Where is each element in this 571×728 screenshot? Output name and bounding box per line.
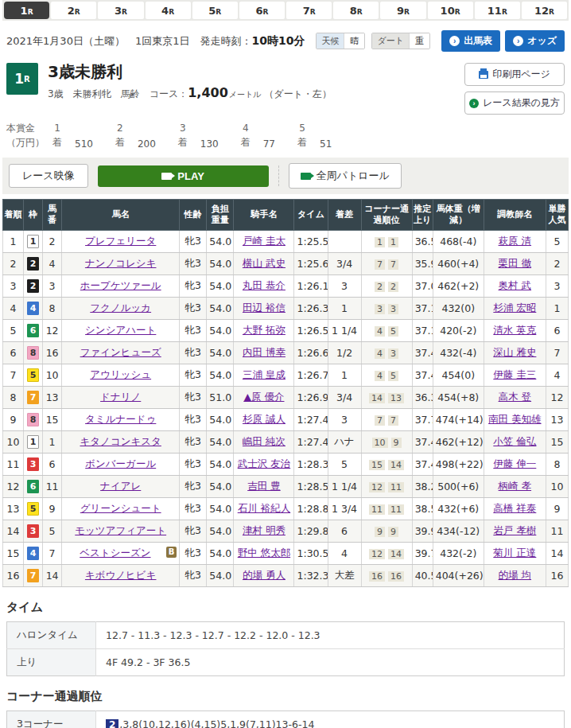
trainer-link[interactable]: 岩戸 孝樹 <box>493 524 536 536</box>
trainer-link[interactable]: 的場 均 <box>499 569 531 581</box>
prize-item: 3着130 <box>178 122 219 150</box>
video-camera-icon <box>161 173 172 180</box>
horse-weight: 404(+26) <box>433 564 484 586</box>
horse-number: 16 <box>43 341 62 364</box>
jockey-link[interactable]: 吉田 豊 <box>247 480 280 492</box>
horse-name-link[interactable]: シンシアハート <box>85 324 156 336</box>
trainer-link[interactable]: 南田 美知雄 <box>488 413 541 425</box>
race-tab-7r[interactable]: 7R <box>286 2 332 19</box>
race-tab-10r[interactable]: 10R <box>428 2 473 19</box>
trainer-link[interactable]: 深山 雅史 <box>493 346 536 358</box>
print-page-button[interactable]: 印刷用ページ <box>464 63 565 86</box>
last-3f: 36.3 <box>412 386 433 408</box>
jockey-link[interactable]: 津村 明秀 <box>243 524 286 536</box>
race-tab-8r[interactable]: 8R <box>333 2 379 19</box>
horse-name-link[interactable]: ナイアレ <box>100 480 141 492</box>
race-tab-12r[interactable]: 12R <box>522 2 567 19</box>
prize-rank: 4着 <box>241 122 251 150</box>
trainer-link[interactable]: 萩原 清 <box>499 235 531 247</box>
horse-weight: 454(+8) <box>433 386 484 408</box>
jockey-link[interactable]: 三浦 皇成 <box>243 368 286 380</box>
win-popularity: 16 <box>546 564 568 586</box>
time-row: ハロンタイム12.7 - 11.3 - 12.3 - 12.7 - 12.2 -… <box>7 621 565 648</box>
horse-weight: 434(-12) <box>433 520 484 542</box>
trainer-link[interactable]: 奥村 武 <box>499 279 531 291</box>
jockey-link[interactable]: 石川 裕紀人 <box>238 502 290 514</box>
race-tab-9r[interactable]: 9R <box>380 2 425 19</box>
corner-order-section: コーナー通過順位 3コーナー2,3,8(10,12,16)(4,15)5,1,9… <box>6 689 565 728</box>
trainer-link[interactable]: 小笠 倫弘 <box>493 435 536 447</box>
trainer-link[interactable]: 伊藤 圭三 <box>493 368 536 380</box>
result-row: 3 2 3 ホープケツァール 牝3 54.0 丸田 恭介 1:26.1 3 22… <box>3 274 569 297</box>
patrol-video-button[interactable]: 全周パトロール <box>289 163 402 189</box>
jockey-link[interactable]: 横山 武史 <box>243 257 286 269</box>
corner-position-chip: 16 <box>388 571 404 582</box>
trainer-link[interactable]: 菊川 正達 <box>493 547 536 559</box>
jockey-link[interactable]: 嶋田 純次 <box>243 435 286 447</box>
carried-weight: 54.0 <box>207 364 234 386</box>
race-tab-4r[interactable]: 4R <box>146 2 191 19</box>
horse-name-link[interactable]: ドナリノ <box>100 391 141 403</box>
horse-name-link[interactable]: モッツアフィアート <box>75 524 166 536</box>
margin: 3 <box>328 274 361 297</box>
frame-number: 4 <box>27 547 39 560</box>
trainer-link[interactable]: 高木 登 <box>499 391 531 403</box>
race-tab-5r[interactable]: 5R <box>192 2 238 19</box>
trainer-link[interactable]: 杉浦 宏昭 <box>493 302 536 313</box>
race-tab-6r[interactable]: 6R <box>239 2 285 19</box>
trainer-link[interactable]: 高橋 祥泰 <box>493 502 536 514</box>
odds-button[interactable]: › オッズ <box>505 30 565 52</box>
tab-suffix: R <box>122 8 127 16</box>
horse-name-link[interactable]: ファインヒューズ <box>80 346 161 358</box>
jockey-link[interactable]: ▲原 優介 <box>243 391 284 403</box>
horse-name-link[interactable]: プレフェリータ <box>85 235 156 247</box>
corner-positions: 109 <box>361 430 412 453</box>
sex-age: 牝3 <box>180 252 207 274</box>
jockey-link[interactable]: 大野 拓弥 <box>243 324 286 336</box>
horse-name-link[interactable]: アウリッシュ <box>90 368 151 380</box>
trainer-link[interactable]: 清水 英克 <box>493 324 536 336</box>
corner-position-chip: 4 <box>375 371 385 381</box>
horse-name-link[interactable]: グリーンシュート <box>80 502 161 514</box>
horse-name-link[interactable]: ボンバーガール <box>85 457 156 469</box>
col-trainer: 調教師名 <box>484 200 546 231</box>
win-popularity: 10 <box>546 475 568 497</box>
horse-name-link[interactable]: キタノコンキスタ <box>80 435 161 447</box>
frame-number: 1 <box>27 235 39 248</box>
prize-item: 2着200 <box>115 122 156 150</box>
jockey-link[interactable]: 内田 博幸 <box>243 346 286 358</box>
race-tab-2r[interactable]: 2R <box>51 2 96 19</box>
result-guide-button[interactable]: › レース結果の見方 <box>464 91 565 115</box>
trainer-link[interactable]: 柄崎 孝 <box>499 480 531 492</box>
horse-name-link[interactable]: ホープケツァール <box>80 279 161 291</box>
jockey-link[interactable]: 野中 悠太郎 <box>238 547 290 559</box>
horse-weight: 474(+14) <box>433 408 484 430</box>
horse-name-link[interactable]: タミルナードゥ <box>85 413 156 425</box>
race-tab-1r[interactable]: 1R <box>4 2 49 19</box>
horse-name-link[interactable]: ベストシーズン <box>80 547 150 559</box>
race-tab-3r[interactable]: 3R <box>98 2 143 19</box>
margin: 3/4 <box>328 252 361 274</box>
horse-weight: 500(+6) <box>433 475 484 497</box>
jockey-link[interactable]: 丸田 恭介 <box>243 279 286 291</box>
finish-time: 1:32.3 <box>294 564 328 586</box>
horse-name-link[interactable]: キボウノヒビキ <box>85 569 157 581</box>
entry-table-button[interactable]: › 出馬表 <box>441 30 500 52</box>
jockey-link[interactable]: 武士沢 友治 <box>238 457 290 469</box>
play-video-button[interactable]: PLAY <box>98 165 269 187</box>
result-row: 16 7 14 キボウノヒビキ 牝3 54.0 的場 勇人 1:32.3 大差 … <box>3 564 569 586</box>
horse-name-link[interactable]: ナンノコレシキ <box>85 257 157 269</box>
top-buttons: › 出馬表 › オッズ <box>441 30 565 52</box>
carried-weight: 54.0 <box>207 475 234 497</box>
jockey-link[interactable]: 杉原 誠人 <box>243 413 286 425</box>
horse-name-link[interactable]: フクノルッカ <box>90 302 151 313</box>
trainer-link[interactable]: 伊藤 伸一 <box>493 457 536 469</box>
horse-number: 15 <box>43 408 62 430</box>
jockey-link[interactable]: 田辺 裕信 <box>243 302 286 313</box>
corner-position-chip: 15 <box>369 460 385 470</box>
race-tab-11r[interactable]: 11R <box>475 2 520 19</box>
jockey-link[interactable]: 的場 勇人 <box>243 569 286 581</box>
jockey-link[interactable]: 戸崎 圭太 <box>243 235 286 247</box>
play-label: PLAY <box>177 170 204 182</box>
trainer-link[interactable]: 栗田 徹 <box>499 257 531 269</box>
